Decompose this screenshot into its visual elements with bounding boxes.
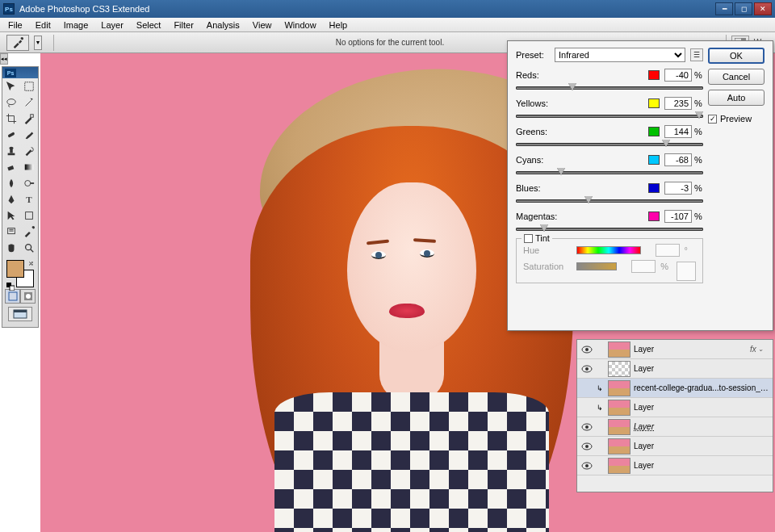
healing-tool[interactable]	[2, 127, 20, 143]
quickmask-mode-button[interactable]	[20, 289, 36, 304]
layer-thumbnail[interactable]	[608, 419, 630, 435]
history-brush-tool[interactable]	[20, 143, 38, 159]
zoom-tool[interactable]	[20, 240, 38, 256]
layer-name[interactable]: Layer	[634, 461, 769, 470]
channel-value-input[interactable]	[664, 182, 692, 195]
stamp-tool[interactable]	[2, 143, 20, 159]
menu-image[interactable]: Image	[57, 19, 95, 31]
tint-color-swatch[interactable]	[677, 262, 696, 281]
tools-panel: Ps T ⤭	[2, 66, 39, 328]
visibility-toggle[interactable]	[580, 442, 593, 450]
layer-name[interactable]: recent-college-gradua...to-session_t20_J…	[634, 383, 769, 392]
layer-name[interactable]: Layer	[634, 364, 769, 373]
cancel-button[interactable]: Cancel	[708, 69, 765, 85]
dodge-tool[interactable]	[20, 175, 38, 191]
saturation-slider[interactable]	[576, 262, 617, 270]
saturation-value[interactable]	[631, 260, 656, 273]
menu-filter[interactable]: Filter	[167, 19, 199, 31]
shape-tool[interactable]	[20, 207, 38, 224]
wand-tool[interactable]	[20, 94, 38, 111]
layer-name[interactable]: Layer	[634, 442, 769, 450]
auto-button[interactable]: Auto	[708, 90, 765, 106]
hue-value[interactable]	[656, 244, 680, 257]
crop-tool[interactable]	[2, 111, 20, 127]
layer-row[interactable]: Layerfx ⌄	[577, 340, 773, 359]
close-button[interactable]: ✕	[754, 2, 772, 15]
layer-thumbnail[interactable]	[608, 400, 630, 416]
layer-thumbnail[interactable]	[608, 380, 630, 396]
layer-name[interactable]: Layer	[634, 403, 769, 412]
hue-slider[interactable]	[576, 246, 641, 254]
visibility-toggle[interactable]	[580, 346, 593, 354]
layer-row[interactable]: Layer	[577, 417, 773, 437]
blur-tool[interactable]	[2, 175, 20, 191]
menu-view[interactable]: View	[246, 19, 279, 31]
swap-colors-icon[interactable]: ⤭	[28, 260, 34, 267]
channel-slider[interactable]	[516, 225, 703, 233]
layer-row[interactable]: ↳recent-college-gradua...to-session_t20_…	[577, 379, 773, 398]
layer-row[interactable]: ↳Layer	[577, 398, 773, 417]
marquee-tool[interactable]	[20, 78, 38, 94]
menu-edit[interactable]: Edit	[29, 19, 57, 31]
layer-name[interactable]: Layer	[634, 422, 769, 431]
channel-value-input[interactable]	[664, 69, 692, 82]
hand-tool[interactable]	[2, 240, 20, 256]
layer-row[interactable]: Layer	[577, 456, 773, 475]
layer-row[interactable]: Layer	[577, 359, 773, 379]
default-colors-icon[interactable]	[6, 279, 15, 287]
channel-slider[interactable]	[516, 84, 703, 92]
panel-tab-collapse[interactable]: ◂◂	[0, 53, 8, 65]
lasso-tool[interactable]	[2, 94, 20, 111]
screen-mode-button[interactable]	[8, 307, 32, 321]
gradient-tool[interactable]	[20, 159, 38, 175]
visibility-toggle[interactable]	[580, 365, 593, 373]
slice-tool[interactable]	[20, 111, 38, 127]
eraser-tool[interactable]	[2, 159, 20, 175]
tools-header[interactable]: Ps	[2, 67, 38, 78]
channel-value-input[interactable]	[664, 97, 692, 110]
standard-mode-button[interactable]	[5, 289, 20, 304]
eyedropper-tool[interactable]	[20, 224, 38, 240]
channel-slider[interactable]	[516, 112, 703, 120]
menu-file[interactable]: File	[2, 19, 29, 31]
move-tool[interactable]	[2, 78, 20, 94]
type-tool[interactable]: T	[20, 191, 38, 207]
maximize-button[interactable]: ◻	[735, 2, 752, 15]
menu-help[interactable]: Help	[323, 19, 354, 31]
tool-preset-dropdown[interactable]: ▼	[34, 36, 42, 50]
tint-checkbox[interactable]	[524, 234, 533, 243]
layer-thumbnail[interactable]	[608, 361, 630, 377]
preset-select[interactable]: Infrared	[555, 48, 685, 62]
foreground-color[interactable]	[6, 260, 24, 278]
channel-slider[interactable]	[516, 197, 703, 205]
layer-thumbnail[interactable]	[608, 458, 630, 474]
visibility-toggle[interactable]	[580, 423, 593, 431]
notes-tool[interactable]	[2, 224, 20, 240]
preview-checkbox[interactable]: ✓	[708, 115, 717, 124]
photo-eye	[420, 249, 434, 258]
menu-window[interactable]: Window	[278, 19, 322, 31]
channel-value-input[interactable]	[664, 125, 692, 138]
ok-button[interactable]: OK	[708, 48, 765, 64]
layer-name[interactable]: Layer	[634, 345, 747, 354]
menu-layer[interactable]: Layer	[94, 19, 130, 31]
channel-yellows: Yellows:%	[516, 97, 703, 120]
menu-select[interactable]: Select	[130, 19, 168, 31]
layer-row[interactable]: Layer	[577, 437, 773, 456]
channel-slider[interactable]	[516, 140, 703, 149]
layer-fx-label[interactable]: fx ⌄	[750, 345, 769, 354]
svg-rect-19	[9, 292, 17, 300]
layer-thumbnail[interactable]	[608, 341, 630, 358]
minimize-button[interactable]: ━	[715, 2, 733, 15]
layer-thumbnail[interactable]	[608, 438, 630, 455]
brush-tool[interactable]	[20, 127, 38, 143]
path-select-tool[interactable]	[2, 207, 20, 224]
channel-slider[interactable]	[516, 169, 703, 177]
visibility-toggle[interactable]	[580, 462, 593, 470]
pen-tool[interactable]	[2, 191, 20, 207]
channel-value-input[interactable]	[664, 210, 692, 223]
menu-analysis[interactable]: Analysis	[200, 19, 246, 31]
current-tool-icon[interactable]	[6, 35, 29, 51]
channel-value-input[interactable]	[664, 153, 692, 166]
preset-menu-icon[interactable]: ☰	[690, 48, 703, 61]
